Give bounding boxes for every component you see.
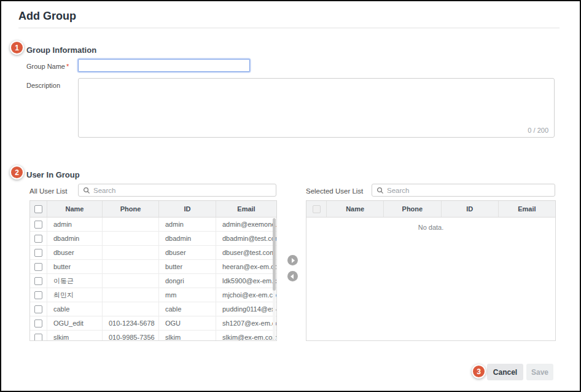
cell-email: pudding0114@ex-...: [216, 302, 276, 316]
cell-name: butter: [47, 260, 103, 273]
selected-user-table: Name Phone ID Email No data.: [306, 200, 556, 341]
cell-name: 이동근: [47, 274, 103, 288]
table-row[interactable]: 이동근 dongri ldk5900@ex-em.c...: [30, 274, 276, 288]
cell-phone: [103, 246, 159, 259]
selected-user-table-header: Name Phone ID Email: [306, 201, 555, 218]
select-all-checkbox[interactable]: [34, 205, 42, 213]
cell-name: 최민지: [47, 288, 103, 302]
row-checkbox-cell: [30, 331, 47, 341]
all-user-search-input[interactable]: [90, 185, 276, 195]
all-user-table-body: admin admin admin@exemone.... dbadmin db…: [30, 218, 276, 341]
column-header-id[interactable]: ID: [159, 201, 216, 217]
required-asterisk: *: [66, 63, 69, 70]
row-checkbox-cell: [30, 302, 47, 316]
table-row[interactable]: butter butter heeran@ex-em.com: [30, 260, 276, 274]
column-header-phone[interactable]: Phone: [103, 201, 159, 217]
description-field-container: 0 / 200: [78, 78, 555, 138]
save-button[interactable]: Save: [526, 364, 553, 380]
cell-phone: 010-9985-7356: [103, 331, 159, 341]
page-title: Add Group: [18, 10, 76, 23]
column-header-email[interactable]: Email: [216, 201, 276, 217]
move-left-button[interactable]: [287, 271, 298, 281]
group-name-input[interactable]: [78, 59, 250, 72]
cell-name: cable: [47, 302, 103, 316]
table-row[interactable]: dbuser dbuser dbuser@test.com: [30, 246, 276, 260]
column-header-name[interactable]: Name: [47, 201, 103, 217]
cell-phone: 010-1234-5678: [103, 316, 159, 330]
cell-name: admin: [47, 218, 103, 231]
row-checkbox-cell: [30, 232, 47, 245]
cell-email: sh1207@ex-em.co...: [216, 316, 276, 330]
cell-phone: [103, 218, 159, 231]
row-checkbox[interactable]: [34, 277, 42, 285]
cell-email: dbadmin@test.com: [216, 232, 276, 245]
cell-id: mm: [159, 288, 216, 302]
cell-id: cable: [159, 302, 216, 316]
table-row[interactable]: 최민지 mm mjchoi@ex-em.com: [30, 288, 276, 302]
row-checkbox-cell: [30, 218, 47, 231]
row-checkbox[interactable]: [34, 334, 42, 342]
table-row[interactable]: admin admin admin@exemone....: [30, 218, 276, 232]
row-checkbox-cell: [30, 274, 47, 288]
cancel-button[interactable]: Cancel: [487, 364, 523, 380]
no-data-message: No data.: [306, 218, 555, 340]
title-divider: [18, 28, 560, 28]
step-badge-3: 3: [472, 364, 486, 378]
cell-id: OGU: [159, 316, 216, 330]
cell-email: dbuser@test.com: [216, 246, 276, 259]
cell-name: OGU_edit: [47, 316, 103, 330]
cell-id: admin: [159, 218, 216, 231]
description-label: Description: [26, 82, 60, 89]
table-row[interactable]: OGU_edit 010-1234-5678 OGU sh1207@ex-em.…: [30, 316, 276, 331]
column-header-name[interactable]: Name: [327, 201, 384, 217]
all-user-table-header: Name Phone ID Email: [30, 201, 276, 218]
section-title-user-in-group: User In Group: [26, 170, 80, 179]
vertical-scrollbar[interactable]: [273, 218, 276, 340]
cell-email: slkim@ex-em.com: [216, 331, 276, 341]
cell-id: butter: [159, 260, 216, 273]
row-checkbox[interactable]: [34, 319, 42, 327]
row-checkbox[interactable]: [34, 235, 42, 243]
all-user-table: Name Phone ID Email admin admin admin@ex…: [29, 200, 277, 341]
section-title-group-information: Group Information: [26, 45, 96, 55]
selected-user-list-label: Selected User List: [306, 187, 363, 195]
search-icon: [83, 187, 90, 194]
table-row[interactable]: cable cable pudding0114@ex-...: [30, 302, 276, 316]
add-group-dialog: Add Group 1 Group Information Group Name…: [0, 0, 581, 392]
row-checkbox-cell: [30, 288, 47, 302]
cell-email: admin@exemone....: [216, 218, 276, 231]
row-checkbox[interactable]: [34, 249, 42, 257]
step-badge-1: 1: [10, 41, 24, 55]
move-right-button[interactable]: [287, 255, 298, 265]
cell-phone: [103, 232, 159, 245]
row-checkbox[interactable]: [34, 221, 42, 229]
header-checkbox-cell: [306, 201, 327, 217]
cell-phone: [103, 302, 159, 316]
row-checkbox-cell: [30, 316, 47, 330]
selected-user-search-input[interactable]: [384, 185, 555, 195]
table-row[interactable]: dbadmin dbadmin dbadmin@test.com: [30, 232, 276, 246]
description-input[interactable]: [79, 79, 554, 123]
cell-name: slkim: [47, 331, 103, 341]
group-name-label-text: Group Name: [26, 63, 65, 70]
table-row[interactable]: slkim 010-9985-7356 slkim slkim@ex-em.co…: [30, 331, 276, 341]
char-counter: 0 / 200: [528, 127, 548, 134]
row-checkbox[interactable]: [34, 291, 42, 299]
column-header-id[interactable]: ID: [442, 201, 499, 217]
cell-email: heeran@ex-em.com: [216, 260, 276, 273]
selected-user-search-box: [372, 184, 555, 197]
cell-phone: [103, 260, 159, 273]
vertical-scrollbar-thumb[interactable]: [273, 218, 276, 291]
row-checkbox-cell: [30, 260, 47, 273]
row-checkbox[interactable]: [34, 305, 42, 313]
cell-email: ldk5900@ex-em.c...: [216, 274, 276, 288]
select-all-checkbox-disabled: [313, 205, 321, 213]
column-header-email[interactable]: Email: [499, 201, 555, 217]
arrow-left-icon: [290, 274, 294, 279]
arrow-right-icon: [292, 258, 295, 263]
column-header-phone[interactable]: Phone: [384, 201, 441, 217]
cell-name: dbadmin: [47, 232, 103, 245]
row-checkbox[interactable]: [34, 263, 42, 271]
cell-name: dbuser: [47, 246, 103, 259]
cell-id: dbuser: [159, 246, 216, 259]
